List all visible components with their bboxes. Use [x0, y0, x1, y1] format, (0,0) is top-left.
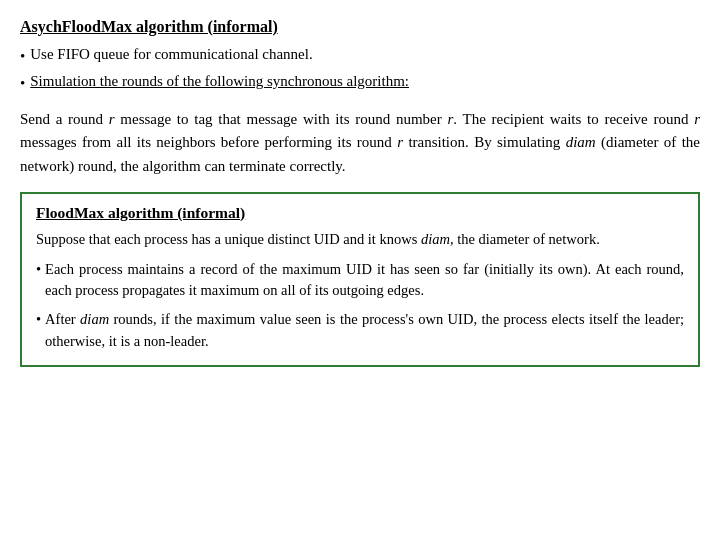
- box-bullet-1: • Each process maintains a record of the…: [36, 259, 684, 303]
- box-bullet-2: • After diam rounds, if the maximum valu…: [36, 309, 684, 353]
- box-intro: Suppose that each process has a unique d…: [36, 229, 684, 251]
- main-title: AsychFloodMax algorithm (informal): [20, 18, 700, 36]
- bullet-simulation-text: Simulation the rounds of the following s…: [30, 73, 409, 90]
- page-container: AsychFloodMax algorithm (informal) • Use…: [0, 0, 720, 540]
- bullet-dot-2: •: [20, 73, 25, 94]
- bullet-fifo-text: Use FIFO queue for communicational chann…: [30, 46, 312, 63]
- box-bullet-dot-2: •: [36, 309, 41, 331]
- bullet-simulation: • Simulation the rounds of the following…: [20, 73, 700, 94]
- box-bullet-2-text: After diam rounds, if the maximum value …: [45, 309, 684, 353]
- floodmax-box: FloodMax algorithm (informal) Suppose th…: [20, 192, 700, 367]
- box-title: FloodMax algorithm (informal): [36, 204, 684, 222]
- box-bullet-1-text: Each process maintains a record of the m…: [45, 259, 684, 303]
- box-bullet-dot-1: •: [36, 259, 41, 281]
- description-block: Send a round r message to tag that messa…: [20, 108, 700, 178]
- bullet-fifo: • Use FIFO queue for communicational cha…: [20, 46, 700, 67]
- bullet-dot-1: •: [20, 46, 25, 67]
